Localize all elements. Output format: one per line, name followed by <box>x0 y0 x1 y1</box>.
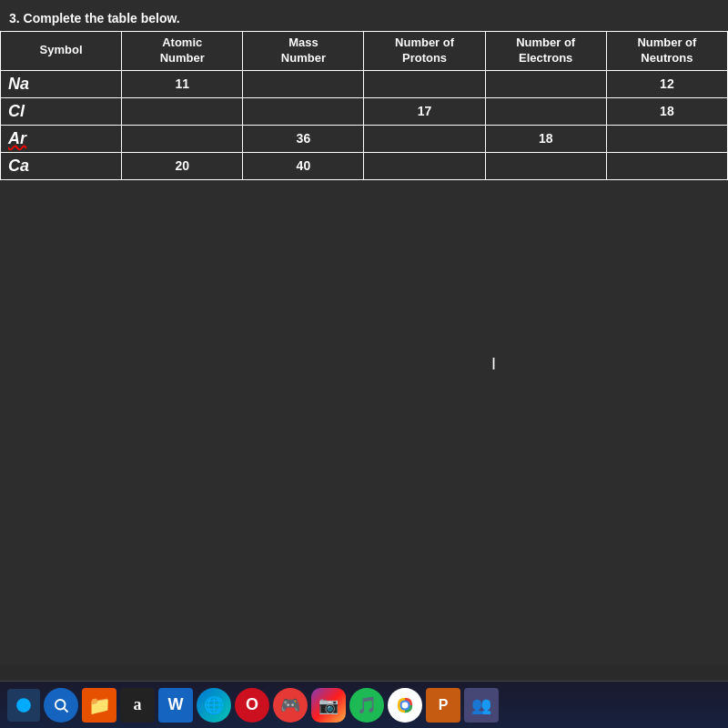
cell-neutrons-ca <box>606 152 727 179</box>
word-icon[interactable]: W <box>158 688 193 723</box>
table-row: Cl 17 18 <box>1 97 728 125</box>
cell-protons-ca <box>364 152 485 179</box>
svg-line-2 <box>64 708 67 712</box>
cell-electrons-ca <box>485 152 606 179</box>
header-protons: Number ofProtons <box>364 32 485 71</box>
table-row: Na 11 12 <box>1 70 728 97</box>
cell-atomic-ca: 20 <box>122 152 243 179</box>
svg-point-4 <box>402 702 409 708</box>
chrome-icon[interactable] <box>388 688 422 723</box>
teams-icon[interactable]: 👥 <box>464 688 499 723</box>
cell-electrons-ar: 18 <box>485 125 606 152</box>
start-button[interactable] <box>7 689 40 722</box>
cell-mass-ca: 40 <box>243 152 364 179</box>
header-mass: MassNumber <box>243 32 364 71</box>
browser-icon[interactable]: 🌐 <box>197 688 231 723</box>
game-icon[interactable]: 🎮 <box>273 688 308 723</box>
table-row: Ar 36 18 <box>1 125 728 152</box>
screen-content: 3. Complete the table below. Symbol Atom… <box>0 0 728 664</box>
cell-neutrons-cl: 18 <box>606 97 727 125</box>
periodic-table: Symbol AtomicNumber MassNumber Number of… <box>0 31 728 180</box>
powerpoint-icon[interactable]: P <box>426 688 460 723</box>
cell-mass-cl <box>243 97 364 125</box>
cell-symbol-ca: Ca <box>1 152 122 179</box>
cell-atomic-na: 11 <box>122 70 243 97</box>
opera-icon[interactable]: O <box>235 688 269 723</box>
instagram-icon[interactable]: 📷 <box>311 688 346 723</box>
table-header-row: Symbol AtomicNumber MassNumber Number of… <box>1 32 728 71</box>
header-electrons: Number ofElectrons <box>485 32 606 71</box>
cell-symbol-na: Na <box>1 70 122 97</box>
cell-neutrons-ar <box>606 125 727 152</box>
table-row: Ca 20 40 <box>1 152 728 179</box>
cell-mass-ar: 36 <box>243 125 364 152</box>
cell-electrons-cl <box>485 97 606 125</box>
table-wrapper: Symbol AtomicNumber MassNumber Number of… <box>0 31 728 180</box>
cell-neutrons-na: 12 <box>606 70 727 97</box>
cell-protons-na <box>364 70 485 97</box>
cell-electrons-na <box>485 70 606 97</box>
files-icon[interactable]: 📁 <box>82 688 116 723</box>
cell-protons-cl: 17 <box>364 97 485 125</box>
cell-protons-ar <box>364 125 485 152</box>
text-cursor: I <box>491 355 496 374</box>
cell-mass-na <box>243 70 364 97</box>
spotify-icon[interactable]: 🎵 <box>349 688 384 723</box>
store-icon[interactable]: a <box>120 688 155 723</box>
header-symbol: Symbol <box>1 32 122 71</box>
cell-atomic-ar <box>122 125 243 152</box>
cell-symbol-ar: Ar <box>1 125 122 152</box>
cell-symbol-cl: Cl <box>1 97 122 125</box>
svg-point-0 <box>16 698 31 713</box>
svg-point-1 <box>56 700 66 710</box>
taskbar: 📁 a W 🌐 O 🎮 📷 🎵 P 👥 <box>0 681 728 728</box>
cell-atomic-cl <box>122 97 243 125</box>
header-neutrons: Number ofNeutrons <box>606 32 727 71</box>
header-atomic: AtomicNumber <box>122 32 243 71</box>
search-icon-taskbar[interactable] <box>44 688 78 723</box>
question-label: 3. Complete the table below. <box>0 11 728 25</box>
